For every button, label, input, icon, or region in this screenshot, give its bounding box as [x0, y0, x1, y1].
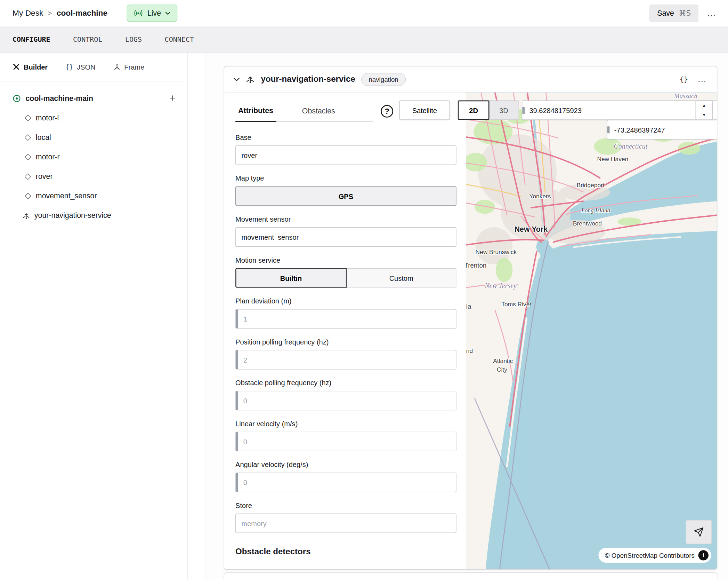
movement-sensor-label: Movement sensor — [235, 215, 456, 224]
linear-velocity-input[interactable] — [235, 432, 456, 451]
live-broadcast-icon — [134, 10, 143, 17]
motion-service-segmented: Builtin Custom — [235, 268, 456, 288]
header-actions: Save ⌘S … — [650, 5, 717, 22]
field-position-polling: Position polling frequency (hz) — [235, 338, 456, 370]
main-panel: your-navigation-service navigation {} … — [205, 53, 728, 579]
tools-icon — [13, 63, 20, 71]
plan-deviation-input[interactable] — [235, 309, 456, 328]
card-header: your-navigation-service navigation {} … — [224, 66, 717, 93]
map-label: Massach — [674, 93, 697, 100]
tree-item-movement-sensor[interactable]: movement_sensor — [0, 187, 188, 206]
tab-logs[interactable]: LOGS — [125, 35, 142, 43]
tree-item-navigation-service[interactable]: your-navigation-service — [0, 206, 188, 225]
obstacle-polling-input[interactable] — [235, 391, 456, 410]
mode-json-label: JSON — [77, 63, 95, 71]
card-overflow-button[interactable]: … — [697, 74, 707, 85]
component-diamond-icon — [25, 193, 31, 199]
live-status-dropdown[interactable]: Live — [127, 5, 177, 22]
base-input[interactable] — [235, 145, 456, 165]
help-button[interactable]: ? — [381, 105, 393, 118]
config-mode-tabs: Builder {} JSON Frame — [0, 53, 188, 81]
navigation-service-icon — [22, 212, 30, 220]
mode-tab-builder[interactable]: Builder — [13, 63, 48, 71]
add-component-button[interactable]: + — [170, 93, 176, 103]
tab-control[interactable]: CONTROL — [73, 35, 102, 43]
longitude-field — [607, 126, 717, 134]
tree-item-motor-r[interactable]: motor-r — [0, 147, 188, 167]
save-shortcut: ⌘S — [679, 9, 691, 17]
mode-tab-json[interactable]: {} JSON — [65, 63, 96, 71]
locate-button[interactable] — [686, 520, 712, 544]
latitude-input[interactable] — [522, 100, 717, 120]
save-button[interactable]: Save ⌘S — [650, 5, 698, 22]
card-title: your-navigation-service — [261, 74, 355, 84]
sidebar: Builder {} JSON Frame — [0, 53, 188, 579]
tree-item-label: rover — [36, 172, 53, 181]
field-obstacle-polling: Obstacle polling frequency (hz) — [235, 378, 456, 410]
custom-button[interactable]: Custom — [347, 268, 456, 288]
tree-item-label: motor-l — [36, 114, 59, 122]
component-diamond-icon — [25, 115, 31, 121]
map-label: ia — [466, 302, 471, 310]
step-down-button[interactable]: ▼ — [696, 110, 712, 120]
map-label: New York — [515, 225, 548, 234]
header-overflow-button[interactable]: … — [707, 8, 717, 19]
mode-tab-frame[interactable]: Frame — [113, 63, 144, 71]
breadcrumb-separator: > — [48, 9, 52, 17]
breadcrumb: My Desk > cool-machine — [13, 9, 107, 18]
tree-item-rover[interactable]: rover — [0, 167, 188, 186]
angular-velocity-input[interactable] — [235, 473, 456, 492]
gps-button[interactable]: GPS — [235, 187, 456, 206]
map-attribution: © OpenStreetMap Contributors i — [598, 548, 711, 563]
navigation-arrow-icon — [694, 527, 704, 537]
builtin-button[interactable]: Builtin — [235, 268, 347, 288]
app-window: My Desk > cool-machine Live Save ⌘S … — [0, 0, 728, 579]
longitude-input[interactable] — [607, 120, 717, 140]
attribution-text[interactable]: © OpenStreetMap Contributors — [605, 552, 695, 559]
base-label: Base — [235, 133, 456, 142]
map-label: New Jersey — [485, 282, 517, 290]
map[interactable]: Massach ro Rhod Connecticut New Haven Br… — [466, 93, 717, 570]
view-3d-button[interactable]: 3D — [488, 100, 519, 120]
satellite-toggle-button[interactable]: Satellite — [399, 100, 450, 120]
machine-part-tree: cool-machine-main + motor-l local motor-… — [0, 81, 188, 225]
latitude-field — [522, 106, 717, 114]
mode-builder-label: Builder — [24, 63, 48, 71]
field-store: Store — [235, 501, 456, 533]
map-canvas — [466, 93, 717, 570]
view-2d-button[interactable]: 2D — [458, 100, 490, 120]
tree-item-motor-l[interactable]: motor-l — [0, 108, 188, 128]
linear-velocity-label: Linear velocity (m/s) — [235, 419, 456, 429]
movement-sensor-input[interactable] — [235, 227, 456, 247]
position-polling-input[interactable] — [235, 350, 456, 370]
breadcrumb-root-link[interactable]: My Desk — [13, 9, 43, 18]
card-tabs: Attributes Obstacles — [235, 106, 373, 122]
collapse-chevron-icon[interactable] — [234, 77, 240, 81]
header: My Desk > cool-machine Live Save ⌘S … — [0, 0, 728, 26]
attributes-form: Attributes Obstacles Base Map type GPS — [235, 93, 456, 557]
frame-axes-icon — [113, 63, 120, 71]
breadcrumb-current: cool-machine — [57, 9, 107, 18]
step-up-button[interactable]: ▲ — [696, 101, 712, 110]
card-body: Massach ro Rhod Connecticut New Haven Br… — [224, 93, 717, 570]
chevron-down-icon — [165, 11, 170, 15]
tab-connect[interactable]: CONNECT — [165, 35, 194, 43]
tab-obstacles[interactable]: Obstacles — [299, 106, 338, 121]
service-type-badge: navigation — [361, 73, 406, 86]
card-json-button[interactable]: {} — [680, 75, 688, 84]
tree-root-machine[interactable]: cool-machine-main + — [0, 89, 188, 108]
store-input[interactable] — [235, 514, 456, 533]
map-label: City — [497, 366, 507, 373]
map-label: Long Island — [581, 207, 610, 214]
next-card-strip[interactable] — [224, 572, 718, 579]
map-label: Bridgeport — [577, 182, 605, 189]
tree-item-label: motor-r — [36, 153, 60, 161]
field-angular-velocity: Angular velocity (deg/s) — [235, 460, 456, 492]
tab-configure[interactable]: CONFIGURE — [13, 35, 50, 43]
info-icon[interactable]: i — [698, 550, 709, 560]
machine-target-icon — [13, 94, 21, 103]
tree-item-local[interactable]: local — [0, 128, 188, 147]
plan-deviation-label: Plan deviation (m) — [235, 296, 456, 306]
tab-attributes[interactable]: Attributes — [235, 106, 276, 122]
component-diamond-icon — [25, 173, 31, 180]
